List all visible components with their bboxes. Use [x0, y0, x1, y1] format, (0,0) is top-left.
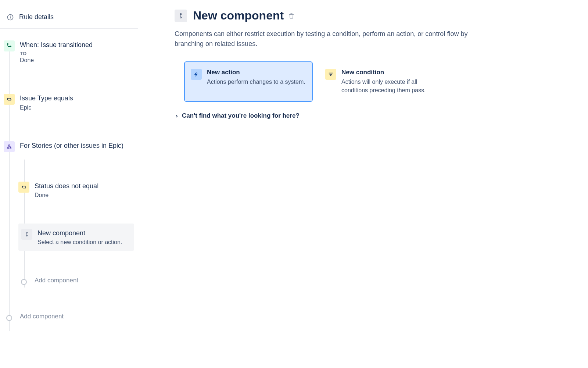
delete-button[interactable]	[288, 12, 295, 19]
card-new-action[interactable]: New action Actions perform changes to a …	[184, 61, 313, 102]
add-component-inner[interactable]: Add component	[18, 273, 134, 291]
branch-icon	[4, 141, 15, 152]
chevron-right-icon	[175, 114, 178, 118]
page-description: Components can either restrict execution…	[175, 29, 476, 49]
rule-item-sublabel: TO	[20, 51, 93, 56]
filter-icon	[325, 69, 336, 80]
cant-find-label: Can't find what you're looking for here?	[182, 112, 300, 119]
card-title: New condition	[341, 69, 441, 76]
main-panel: New component Components can either rest…	[138, 0, 588, 368]
add-node-icon	[6, 315, 12, 321]
info-icon	[7, 14, 14, 21]
add-component-label: Add component	[35, 276, 78, 285]
rule-item-new-component[interactable]: New component Select a new condition or …	[18, 224, 134, 251]
card-new-condition[interactable]: New condition Actions will only execute …	[319, 61, 447, 102]
card-desc: Actions will only execute if all conditi…	[341, 78, 441, 94]
page-title: New component	[193, 9, 284, 22]
svg-rect-5	[8, 144, 10, 146]
rule-item-title: When: Issue transitioned	[20, 40, 93, 49]
rule-item-condition-issue-type[interactable]: Issue Type equals Epic	[4, 90, 134, 114]
rule-item-sub: Select a new condition or action.	[37, 239, 122, 246]
rule-item-sub: Epic	[20, 104, 73, 111]
svg-point-8	[26, 232, 28, 233]
component-icon	[21, 229, 32, 240]
condition-icon	[18, 182, 29, 193]
rule-list: When: Issue transitioned TO Done Issue T…	[0, 37, 138, 327]
component-type-cards: New action Actions perform changes to a …	[175, 61, 573, 102]
svg-point-12	[180, 17, 181, 18]
sidebar: Rule details When: Issue transitioned TO…	[0, 0, 138, 368]
add-node-icon	[21, 279, 27, 285]
svg-rect-7	[10, 147, 11, 149]
sidebar-header-label: Rule details	[19, 13, 54, 21]
add-component-outer[interactable]: Add component	[4, 309, 134, 327]
rule-item-sub: Done	[20, 57, 93, 64]
svg-rect-6	[7, 147, 9, 149]
condition-icon	[4, 94, 15, 105]
rule-item-trigger[interactable]: When: Issue transitioned TO Done	[4, 37, 134, 67]
card-desc: Actions perform changes to a system.	[207, 78, 306, 86]
rule-item-status-not-done[interactable]: Status does not equal Done	[18, 178, 134, 202]
rule-item-title: Issue Type equals	[20, 94, 73, 103]
rule-item-title: For Stories (or other issues in Epic)	[20, 141, 123, 150]
nested-branch: Status does not equal Done New component…	[18, 160, 134, 292]
cant-find-toggle[interactable]: Can't find what you're looking for here?	[175, 112, 573, 119]
add-component-label: Add component	[20, 312, 64, 321]
rule-item-sub: Done	[35, 192, 98, 199]
lightning-icon	[191, 69, 202, 80]
rule-item-title: Status does not equal	[35, 182, 98, 190]
svg-point-11	[180, 13, 181, 14]
svg-point-2	[10, 16, 11, 16]
transition-icon	[4, 40, 15, 51]
rule-item-title: New component	[37, 229, 122, 237]
rule-item-branch-stories[interactable]: For Stories (or other issues in Epic)	[4, 137, 134, 156]
sidebar-header-rule-details[interactable]: Rule details	[0, 11, 138, 29]
component-icon	[175, 10, 187, 22]
svg-point-9	[26, 235, 28, 236]
card-title: New action	[207, 69, 306, 76]
